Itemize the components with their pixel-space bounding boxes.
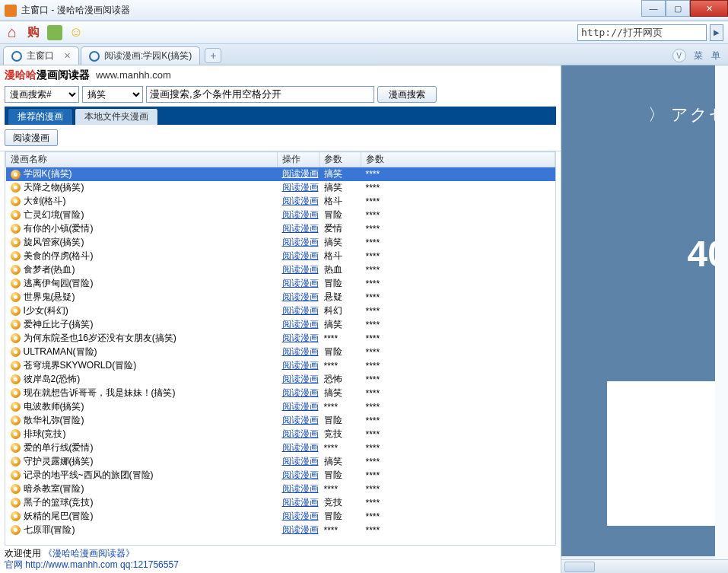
table-row[interactable]: 天降之物(搞笑)阅读漫画搞笑**** <box>6 181 555 195</box>
search-input[interactable] <box>146 86 374 103</box>
table-row[interactable]: 爱的单行线(爱情)阅读漫画******** <box>6 441 555 455</box>
table-row[interactable]: 为何东院圣也16岁还没有女朋友(搞笑)阅读漫画******** <box>6 332 555 345</box>
read-link[interactable]: 阅读漫画 <box>282 470 319 480</box>
param1-cell: 搞笑 <box>319 167 361 181</box>
table-row[interactable]: 有你的小镇(爱情)阅读漫画爱情**** <box>6 222 555 236</box>
maximize-button[interactable]: ▢ <box>666 0 690 17</box>
table-row[interactable]: 苍穹境界SKYWORLD(冒险)阅读漫画******** <box>6 359 555 373</box>
read-link[interactable]: 阅读漫画 <box>282 428 319 439</box>
read-link[interactable]: 阅读漫画 <box>282 223 319 234</box>
search-button[interactable]: 漫画搜索 <box>377 86 437 103</box>
table-row[interactable]: 学园K(搞笑)阅读漫画搞笑**** <box>6 167 555 181</box>
menu-button[interactable]: 菜 单 <box>694 49 723 62</box>
param1-cell: **** <box>319 524 361 537</box>
url-input[interactable] <box>577 24 707 41</box>
param1-cell: 恐怖 <box>319 373 361 387</box>
header-param1[interactable]: 参数 <box>319 152 361 167</box>
footer-app-link[interactable]: 《漫哈哈漫画阅读器》 <box>43 548 135 559</box>
table-row[interactable]: 守护灵露娜(搞笑)阅读漫画搞笑**** <box>6 455 555 469</box>
table-row[interactable]: 亡灵幻境(冒险)阅读漫画冒险**** <box>6 209 555 222</box>
read-link[interactable]: 阅读漫画 <box>282 182 319 193</box>
read-link[interactable]: 阅读漫画 <box>282 511 319 521</box>
read-link[interactable]: 阅读漫画 <box>282 483 319 494</box>
comic-name: ULTRAMAN(冒险) <box>24 346 97 357</box>
table-row[interactable]: 大剑(格斗)阅读漫画格斗**** <box>6 195 555 209</box>
table-row[interactable]: I少女(科幻)阅读漫画科幻**** <box>6 304 555 318</box>
read-link[interactable]: 阅读漫画 <box>282 524 319 535</box>
param2-cell: **** <box>361 318 555 332</box>
read-link[interactable]: 阅读漫画 <box>282 387 319 398</box>
table-row[interactable]: 世界鬼(悬疑)阅读漫画悬疑**** <box>6 291 555 304</box>
scrollbar-thumb[interactable] <box>564 562 595 572</box>
table-row[interactable]: 食梦者(热血)阅读漫画热血**** <box>6 263 555 277</box>
read-comic-button[interactable]: 阅读漫画 <box>5 129 58 146</box>
read-link[interactable]: 阅读漫画 <box>282 346 319 357</box>
table-row[interactable]: 散华礼弥(冒险)阅读漫画冒险**** <box>6 414 555 428</box>
read-link[interactable]: 阅读漫画 <box>282 374 319 384</box>
read-link[interactable]: 阅读漫画 <box>282 196 319 206</box>
table-row[interactable]: 逃离伊甸园(冒险)阅读漫画冒险**** <box>6 277 555 291</box>
tab-recommended[interactable]: 推荐的漫画 <box>8 108 73 125</box>
header-param2[interactable]: 参数 <box>361 152 555 167</box>
read-link[interactable]: 阅读漫画 <box>282 333 319 343</box>
table-row[interactable]: 彼岸岛2(恐怖)阅读漫画恐怖**** <box>6 373 555 387</box>
search-type-select[interactable]: 漫画搜索# <box>5 86 79 103</box>
table-row[interactable]: 电波教师(搞笑)阅读漫画******** <box>6 400 555 414</box>
read-link[interactable]: 阅读漫画 <box>282 401 319 412</box>
table-row[interactable]: 现在就想告诉哥哥，我是妹妹！(搞笑)阅读漫画搞笑**** <box>6 387 555 400</box>
read-link[interactable]: 阅读漫画 <box>282 319 319 329</box>
comic-name: 爱神丘比子(搞笑) <box>24 319 94 329</box>
read-link[interactable]: 阅读漫画 <box>282 497 319 508</box>
param2-cell: **** <box>361 428 555 441</box>
home-icon[interactable]: ⌂ <box>5 25 20 40</box>
comic-name: 有你的小镇(爱情) <box>24 223 94 234</box>
read-link[interactable]: 阅读漫画 <box>282 250 319 261</box>
table-row[interactable]: 美食的俘虏(格斗)阅读漫画格斗**** <box>6 250 555 263</box>
table-row[interactable]: 爱神丘比子(搞笑)阅读漫画搞笑**** <box>6 318 555 332</box>
disc-icon <box>11 251 21 261</box>
card-icon[interactable] <box>47 25 62 40</box>
tab-reader[interactable]: 阅读漫画:学园K(搞笑) <box>81 46 200 65</box>
read-link[interactable]: 阅读漫画 <box>282 456 319 466</box>
table-row[interactable]: 旋风管家(搞笑)阅读漫画搞笑**** <box>6 236 555 250</box>
table-row[interactable]: 黑子的篮球(竞技)阅读漫画竞技**** <box>6 496 555 510</box>
comic-name: 亡灵幻境(冒险) <box>24 209 84 220</box>
table-row[interactable]: 暗杀教室(冒险)阅读漫画******** <box>6 482 555 496</box>
header-op[interactable]: 操作 <box>278 152 319 167</box>
table-row[interactable]: 排球(竞技)阅读漫画竞技**** <box>6 428 555 441</box>
read-link[interactable]: 阅读漫画 <box>282 237 319 247</box>
read-link[interactable]: 阅读漫画 <box>282 278 319 288</box>
param2-cell: **** <box>361 469 555 482</box>
close-button[interactable]: ✕ <box>690 0 728 17</box>
right-vertical-scrollbar[interactable] <box>715 65 728 559</box>
param1-cell: 冒险 <box>319 414 361 428</box>
smiley-icon[interactable]: ☺ <box>68 25 84 40</box>
read-link[interactable]: 阅读漫画 <box>282 305 319 316</box>
table-row[interactable]: ULTRAMAN(冒险)阅读漫画冒险**** <box>6 345 555 359</box>
minimize-button[interactable]: — <box>641 0 666 17</box>
new-tab-button[interactable]: + <box>205 48 221 63</box>
tab-local-folder[interactable]: 本地文件夹漫画 <box>75 108 158 125</box>
read-link[interactable]: 阅读漫画 <box>282 168 319 179</box>
tab-main-window[interactable]: 主窗口 ✕ <box>3 46 79 65</box>
right-horizontal-scrollbar[interactable] <box>561 559 728 573</box>
read-link[interactable]: 阅读漫画 <box>282 442 319 453</box>
buy-icon[interactable]: 购 <box>26 25 41 40</box>
table-row[interactable]: 七原罪(冒险)阅读漫画******** <box>6 524 555 537</box>
read-link[interactable]: 阅读漫画 <box>282 264 319 275</box>
table-row[interactable]: 记录的地平线~西风的旅团(冒险)阅读漫画冒险**** <box>6 469 555 482</box>
tab-close-icon[interactable]: ✕ <box>64 51 71 61</box>
comic-name: 妖精的尾巴(冒险) <box>24 511 94 521</box>
read-link[interactable]: 阅读漫画 <box>282 291 319 302</box>
footer-site-link[interactable]: http://www.manhh.com qq:121756557 <box>25 559 178 570</box>
read-link[interactable]: 阅读漫画 <box>282 209 319 220</box>
search-category-select[interactable]: 搞笑 <box>82 86 143 103</box>
read-link[interactable]: 阅读漫画 <box>282 360 319 371</box>
disc-icon <box>11 237 21 247</box>
compat-view-button[interactable]: V <box>672 49 686 62</box>
param1-cell: 搞笑 <box>319 455 361 469</box>
read-link[interactable]: 阅读漫画 <box>282 415 319 425</box>
header-name[interactable]: 漫画名称 <box>6 152 278 167</box>
url-go-button[interactable]: ▶ <box>710 24 723 41</box>
table-row[interactable]: 妖精的尾巴(冒险)阅读漫画冒险**** <box>6 510 555 524</box>
